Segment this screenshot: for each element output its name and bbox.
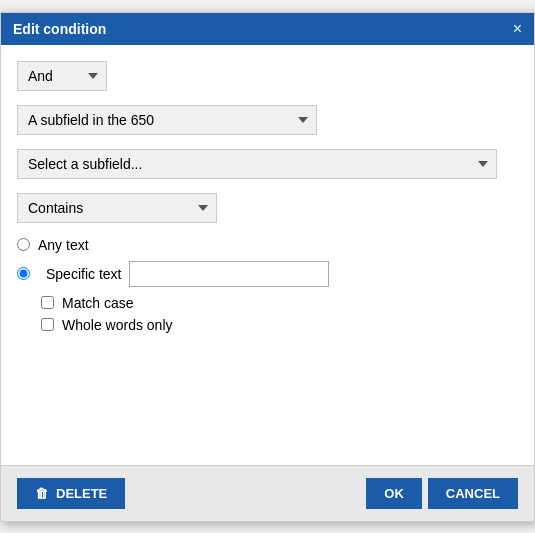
- cancel-button[interactable]: CANCEL: [428, 478, 518, 509]
- dialog-title: Edit condition: [13, 21, 106, 37]
- delete-label: DELETE: [56, 486, 107, 501]
- close-button[interactable]: ×: [513, 21, 522, 37]
- specific-text-input[interactable]: [129, 261, 329, 287]
- delete-button[interactable]: 🗑 DELETE: [17, 478, 125, 509]
- contains-select[interactable]: Contains Does not contain Equals Starts …: [17, 193, 217, 223]
- text-options-group: Any text Specific text Match case Whole …: [17, 237, 518, 333]
- match-case-checkbox[interactable]: [41, 296, 54, 309]
- specific-text-label: Specific text: [46, 266, 121, 282]
- specific-text-option: Specific text: [17, 261, 518, 287]
- right-buttons: OK CANCEL: [366, 478, 518, 509]
- dialog-header: Edit condition ×: [1, 13, 534, 45]
- field-row: A subfield in the 650: [17, 105, 518, 135]
- trash-icon: 🗑: [35, 486, 48, 501]
- any-text-label: Any text: [38, 237, 89, 253]
- and-select[interactable]: And Or Not: [17, 61, 107, 91]
- contains-row: Contains Does not contain Equals Starts …: [17, 193, 518, 223]
- any-text-option: Any text: [17, 237, 518, 253]
- match-case-option: Match case: [41, 295, 518, 311]
- and-row: And Or Not: [17, 61, 518, 91]
- specific-text-radio[interactable]: [17, 267, 30, 280]
- edit-condition-dialog: Edit condition × And Or Not A subfield i…: [0, 12, 535, 522]
- dialog-body: And Or Not A subfield in the 650 Select …: [1, 45, 534, 465]
- match-case-label: Match case: [62, 295, 134, 311]
- whole-words-label: Whole words only: [62, 317, 173, 333]
- whole-words-option: Whole words only: [41, 317, 518, 333]
- subfield-row: Select a subfield...: [17, 149, 518, 179]
- ok-button[interactable]: OK: [366, 478, 422, 509]
- checkbox-group: Match case Whole words only: [41, 295, 518, 333]
- subfield-select[interactable]: Select a subfield...: [17, 149, 497, 179]
- field-select[interactable]: A subfield in the 650: [17, 105, 317, 135]
- whole-words-checkbox[interactable]: [41, 318, 54, 331]
- any-text-radio[interactable]: [17, 238, 30, 251]
- dialog-footer: 🗑 DELETE OK CANCEL: [1, 465, 534, 521]
